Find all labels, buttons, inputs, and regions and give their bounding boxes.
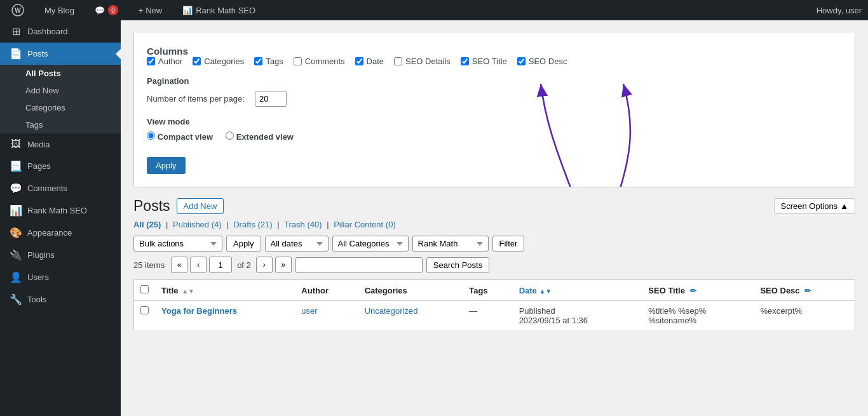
post-title-link[interactable]: Yoga for Beginners [161, 306, 237, 316]
col-seo-details-input[interactable] [394, 57, 402, 65]
sidebar-item-plugins[interactable]: 🔌 Plugins [0, 244, 121, 266]
adminbar-site-name[interactable]: My Blog [39, 0, 79, 20]
screen-options-apply-button[interactable]: Apply [147, 157, 186, 174]
filter-all-link[interactable]: All (25) [133, 220, 161, 229]
table-body: Yoga for Beginners user Uncategorized — [134, 301, 855, 331]
filter-trash-link[interactable]: Trash (40) [284, 220, 322, 229]
media-icon: 🖼 [10, 138, 22, 150]
adminbar-comments[interactable]: 💬 0 [90, 0, 123, 20]
table-header-row: Title ▲▼ Author Categories Tags [134, 280, 855, 301]
sidebar-item-posts[interactable]: 📄 Posts [0, 43, 121, 65]
filter-pillar-link[interactable]: Pillar Content (0) [334, 220, 396, 229]
posts-arrow [116, 49, 121, 59]
col-seo-details-checkbox[interactable]: SEO Details [394, 57, 451, 66]
col-tags-input[interactable] [254, 57, 262, 65]
posts-header: Posts Add New Screen Options ▲ [133, 198, 855, 215]
pagination-next-button[interactable]: › [256, 257, 273, 273]
col-categories-input[interactable] [193, 57, 201, 65]
col-author-checkbox[interactable]: Author [147, 57, 182, 66]
th-seo-desc: SEO Desc ✏ [754, 280, 855, 301]
col-categories-checkbox[interactable]: Categories [193, 57, 244, 66]
pagination-current-page[interactable] [209, 257, 232, 273]
col-comments-input[interactable] [294, 57, 302, 65]
rankmath-icon: 📊 [10, 205, 22, 217]
screen-options-panel: Columns Author Categories Tags Comments [133, 33, 855, 187]
filter-drafts-link[interactable]: Drafts (21) [233, 220, 272, 229]
sidebar-item-users[interactable]: 👤 Users [0, 266, 121, 288]
search-posts-button[interactable]: Search Posts [426, 257, 489, 273]
th-title[interactable]: Title ▲▼ [155, 280, 295, 301]
extended-view-input[interactable] [226, 131, 234, 140]
col-tags-checkbox[interactable]: Tags [254, 57, 283, 66]
sidebar-item-dashboard[interactable]: ⊞ Dashboard [0, 20, 121, 43]
bulk-apply-button[interactable]: Apply [226, 236, 261, 252]
dates-select[interactable]: All dates [265, 236, 329, 252]
sidebar-item-dashboard-label: Dashboard [27, 27, 68, 36]
th-date[interactable]: Date ▲▼ [513, 280, 642, 301]
filter-published-link[interactable]: Published (4) [173, 220, 222, 229]
sidebar-item-rankmath[interactable]: 📊 Rank Math SEO [0, 199, 121, 222]
adminbar-rankmath[interactable]: 📊 Rank Math SEO [177, 0, 261, 20]
sidebar-item-comments[interactable]: 💬 Comments [0, 177, 121, 199]
sidebar-item-media[interactable]: 🖼 Media [0, 133, 121, 155]
sidebar-item-pages[interactable]: 📃 Pages [0, 155, 121, 177]
row-date-cell: Published 2023/09/15 at 1:36 [513, 301, 642, 331]
main-content: Columns Author Categories Tags Comments [121, 20, 868, 416]
col-seo-details-label: SEO Details [405, 57, 451, 66]
add-new-post-button[interactable]: Add New [177, 198, 224, 214]
col-author-input[interactable] [147, 57, 155, 65]
screen-options-toggle[interactable]: Screen Options ▲ [774, 198, 855, 214]
col-seo-title-input[interactable] [461, 57, 469, 65]
table-row: Yoga for Beginners user Uncategorized — [134, 301, 855, 331]
rankmath-select[interactable]: Rank Math [412, 236, 489, 252]
col-date-input[interactable] [355, 57, 363, 65]
adminbar-rankmath-label: Rank Math SEO [196, 6, 255, 15]
sidebar-item-tools[interactable]: 🔧 Tools [0, 288, 121, 311]
sidebar-item-all-posts[interactable]: All Posts [0, 65, 121, 82]
admin-menu: ⊞ Dashboard 📄 Posts All Posts Add New Ca… [0, 20, 121, 416]
svg-text:W: W [15, 7, 21, 14]
sidebar-item-appearance[interactable]: 🎨 Appearance [0, 222, 121, 244]
compact-view-input[interactable] [147, 131, 155, 140]
categories-select[interactable]: All Categories [332, 236, 409, 252]
view-mode-radios: Compact view Extended view [147, 131, 842, 147]
row-tags-cell: — [463, 301, 512, 331]
col-date-checkbox[interactable]: Date [355, 57, 384, 66]
col-comments-checkbox[interactable]: Comments [294, 57, 345, 66]
extended-view-label: Extended view [236, 132, 294, 142]
posts-title-area: Posts Add New [133, 198, 224, 215]
pagination-heading: Pagination [147, 76, 842, 86]
col-seo-desc-checkbox[interactable]: SEO Desc [517, 57, 567, 66]
bulk-actions-select[interactable]: Bulk actions [133, 236, 222, 252]
tools-icon: 🔧 [10, 293, 22, 305]
adminbar-new[interactable]: + New [133, 0, 167, 20]
pagination-of: of 2 [237, 260, 251, 270]
posts-section: Posts Add New Screen Options ▲ All (25) … [133, 198, 855, 331]
col-seo-desc-input[interactable] [517, 57, 526, 65]
sidebar-item-add-new[interactable]: Add New [0, 82, 121, 99]
pagination-last-button[interactable]: » [275, 257, 292, 273]
col-categories-label: Categories [204, 57, 244, 66]
seo-desc-edit-icon[interactable]: ✏ [804, 286, 811, 295]
col-seo-title-checkbox[interactable]: SEO Title [461, 57, 507, 66]
seo-title-edit-icon[interactable]: ✏ [690, 286, 696, 295]
filter-button[interactable]: Filter [492, 236, 525, 252]
select-all-checkbox[interactable] [140, 285, 149, 293]
col-seo-title-label: SEO Title [472, 57, 507, 66]
compact-view-radio[interactable]: Compact view [147, 131, 213, 142]
title-sort-icon: ▲▼ [182, 288, 194, 295]
items-per-page-input[interactable] [255, 91, 287, 107]
pagination-prev-button[interactable]: ‹ [190, 257, 207, 273]
extended-view-radio[interactable]: Extended view [226, 131, 294, 142]
adminbar-wp-logo[interactable]: W [6, 0, 29, 20]
col-date-label: Date [367, 57, 384, 66]
search-posts-input[interactable] [295, 257, 423, 273]
sidebar-item-tags[interactable]: Tags [0, 116, 121, 133]
author-link[interactable]: user [301, 306, 317, 316]
row-checkbox[interactable] [140, 306, 149, 314]
sidebar-item-categories[interactable]: Categories [0, 99, 121, 116]
pagination-first-button[interactable]: « [171, 257, 187, 273]
th-categories: Categories [358, 280, 463, 301]
pagination-section: Pagination Number of items per page: [147, 76, 842, 107]
category-link[interactable]: Uncategorized [365, 306, 418, 316]
